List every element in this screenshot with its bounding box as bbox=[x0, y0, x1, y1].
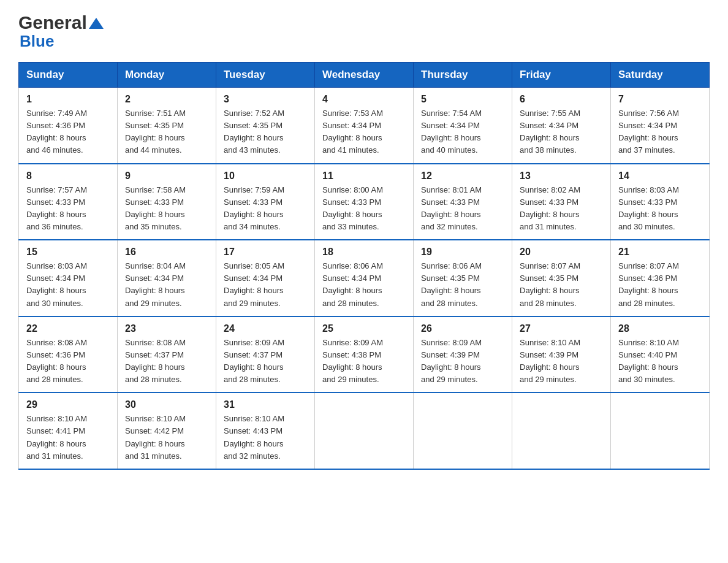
day-number: 26 bbox=[421, 323, 504, 334]
day-info: Sunrise: 8:10 AMSunset: 4:41 PMDaylight:… bbox=[26, 414, 87, 460]
day-info: Sunrise: 8:02 AMSunset: 4:33 PMDaylight:… bbox=[520, 185, 580, 231]
day-cell-3: 3 Sunrise: 7:52 AMSunset: 4:35 PMDayligh… bbox=[216, 88, 315, 164]
day-info: Sunrise: 7:54 AMSunset: 4:34 PMDaylight:… bbox=[421, 109, 482, 155]
logo-row: General bbox=[18, 12, 104, 33]
day-cell-16: 16 Sunrise: 8:04 AMSunset: 4:34 PMDaylig… bbox=[118, 240, 216, 316]
day-number: 12 bbox=[421, 170, 504, 182]
logo: General Blue bbox=[18, 12, 104, 51]
day-info: Sunrise: 8:06 AMSunset: 4:34 PMDaylight:… bbox=[322, 261, 383, 307]
day-number: 5 bbox=[421, 94, 504, 105]
day-cell-4: 4 Sunrise: 7:53 AMSunset: 4:34 PMDayligh… bbox=[315, 88, 414, 164]
week-row-5: 29 Sunrise: 8:10 AMSunset: 4:41 PMDaylig… bbox=[19, 393, 710, 469]
day-cell-17: 17 Sunrise: 8:05 AMSunset: 4:34 PMDaylig… bbox=[216, 240, 315, 316]
day-info: Sunrise: 8:10 AMSunset: 4:40 PMDaylight:… bbox=[618, 338, 679, 384]
day-info: Sunrise: 7:58 AMSunset: 4:33 PMDaylight:… bbox=[125, 185, 186, 231]
day-number: 15 bbox=[26, 247, 110, 258]
empty-cell bbox=[315, 393, 414, 469]
day-cell-18: 18 Sunrise: 8:06 AMSunset: 4:34 PMDaylig… bbox=[315, 240, 414, 316]
day-cell-22: 22 Sunrise: 8:08 AMSunset: 4:36 PMDaylig… bbox=[19, 316, 118, 393]
day-info: Sunrise: 8:10 AMSunset: 4:42 PMDaylight:… bbox=[125, 414, 186, 460]
day-number: 8 bbox=[26, 170, 110, 182]
logo-general-text: General bbox=[18, 12, 87, 33]
day-info: Sunrise: 7:53 AMSunset: 4:34 PMDaylight:… bbox=[322, 109, 383, 155]
day-number: 31 bbox=[224, 399, 307, 410]
day-cell-13: 13 Sunrise: 8:02 AMSunset: 4:33 PMDaylig… bbox=[512, 164, 611, 240]
day-cell-2: 2 Sunrise: 7:51 AMSunset: 4:35 PMDayligh… bbox=[118, 88, 216, 164]
day-info: Sunrise: 8:07 AMSunset: 4:35 PMDaylight:… bbox=[520, 261, 580, 307]
empty-cell bbox=[611, 393, 710, 469]
day-cell-15: 15 Sunrise: 8:03 AMSunset: 4:34 PMDaylig… bbox=[19, 240, 118, 316]
header-saturday: Saturday bbox=[611, 63, 710, 88]
day-info: Sunrise: 8:08 AMSunset: 4:37 PMDaylight:… bbox=[125, 338, 186, 384]
day-info: Sunrise: 7:56 AMSunset: 4:34 PMDaylight:… bbox=[618, 109, 679, 155]
day-cell-27: 27 Sunrise: 8:10 AMSunset: 4:39 PMDaylig… bbox=[512, 316, 611, 393]
day-info: Sunrise: 7:57 AMSunset: 4:33 PMDaylight:… bbox=[26, 185, 87, 231]
day-info: Sunrise: 8:03 AMSunset: 4:34 PMDaylight:… bbox=[26, 261, 87, 307]
day-number: 28 bbox=[618, 323, 702, 334]
day-info: Sunrise: 8:05 AMSunset: 4:34 PMDaylight:… bbox=[224, 261, 284, 307]
days-header-row: SundayMondayTuesdayWednesdayThursdayFrid… bbox=[19, 63, 710, 88]
week-row-1: 1 Sunrise: 7:49 AMSunset: 4:36 PMDayligh… bbox=[19, 88, 710, 164]
week-row-3: 15 Sunrise: 8:03 AMSunset: 4:34 PMDaylig… bbox=[19, 240, 710, 316]
day-info: Sunrise: 7:49 AMSunset: 4:36 PMDaylight:… bbox=[26, 109, 87, 155]
day-number: 27 bbox=[520, 323, 603, 334]
day-cell-31: 31 Sunrise: 8:10 AMSunset: 4:43 PMDaylig… bbox=[216, 393, 315, 469]
header-monday: Monday bbox=[118, 63, 216, 88]
day-number: 14 bbox=[618, 170, 702, 182]
day-number: 18 bbox=[322, 247, 406, 258]
day-number: 10 bbox=[224, 170, 307, 182]
day-cell-1: 1 Sunrise: 7:49 AMSunset: 4:36 PMDayligh… bbox=[19, 88, 118, 164]
day-info: Sunrise: 8:09 AMSunset: 4:37 PMDaylight:… bbox=[224, 338, 284, 384]
day-cell-26: 26 Sunrise: 8:09 AMSunset: 4:39 PMDaylig… bbox=[414, 316, 512, 393]
day-number: 24 bbox=[224, 323, 307, 334]
day-number: 7 bbox=[618, 94, 702, 105]
day-cell-8: 8 Sunrise: 7:57 AMSunset: 4:33 PMDayligh… bbox=[19, 164, 118, 240]
day-info: Sunrise: 8:10 AMSunset: 4:39 PMDaylight:… bbox=[520, 338, 580, 384]
day-info: Sunrise: 8:09 AMSunset: 4:38 PMDaylight:… bbox=[322, 338, 383, 384]
day-info: Sunrise: 7:51 AMSunset: 4:35 PMDaylight:… bbox=[125, 109, 186, 155]
day-info: Sunrise: 7:52 AMSunset: 4:35 PMDaylight:… bbox=[224, 109, 284, 155]
day-info: Sunrise: 8:06 AMSunset: 4:35 PMDaylight:… bbox=[421, 261, 482, 307]
day-cell-23: 23 Sunrise: 8:08 AMSunset: 4:37 PMDaylig… bbox=[118, 316, 216, 393]
day-info: Sunrise: 8:07 AMSunset: 4:36 PMDaylight:… bbox=[618, 261, 679, 307]
header-thursday: Thursday bbox=[414, 63, 512, 88]
day-number: 3 bbox=[224, 94, 307, 105]
day-info: Sunrise: 8:08 AMSunset: 4:36 PMDaylight:… bbox=[26, 338, 87, 384]
day-info: Sunrise: 7:55 AMSunset: 4:34 PMDaylight:… bbox=[520, 109, 580, 155]
day-info: Sunrise: 7:59 AMSunset: 4:33 PMDaylight:… bbox=[224, 185, 284, 231]
day-info: Sunrise: 8:01 AMSunset: 4:33 PMDaylight:… bbox=[421, 185, 482, 231]
day-cell-29: 29 Sunrise: 8:10 AMSunset: 4:41 PMDaylig… bbox=[19, 393, 118, 469]
day-cell-24: 24 Sunrise: 8:09 AMSunset: 4:37 PMDaylig… bbox=[216, 316, 315, 393]
week-row-4: 22 Sunrise: 8:08 AMSunset: 4:36 PMDaylig… bbox=[19, 316, 710, 393]
day-number: 21 bbox=[618, 247, 702, 258]
day-cell-5: 5 Sunrise: 7:54 AMSunset: 4:34 PMDayligh… bbox=[414, 88, 512, 164]
day-number: 6 bbox=[520, 94, 603, 105]
page-header: General Blue bbox=[18, 12, 710, 51]
header-friday: Friday bbox=[512, 63, 611, 88]
day-number: 2 bbox=[125, 94, 208, 105]
day-number: 16 bbox=[125, 247, 208, 258]
day-cell-7: 7 Sunrise: 7:56 AMSunset: 4:34 PMDayligh… bbox=[611, 88, 710, 164]
day-number: 4 bbox=[322, 94, 406, 105]
empty-cell bbox=[414, 393, 512, 469]
day-cell-30: 30 Sunrise: 8:10 AMSunset: 4:42 PMDaylig… bbox=[118, 393, 216, 469]
day-cell-9: 9 Sunrise: 7:58 AMSunset: 4:33 PMDayligh… bbox=[118, 164, 216, 240]
day-number: 1 bbox=[26, 94, 110, 105]
day-number: 20 bbox=[520, 247, 603, 258]
day-cell-20: 20 Sunrise: 8:07 AMSunset: 4:35 PMDaylig… bbox=[512, 240, 611, 316]
day-cell-10: 10 Sunrise: 7:59 AMSunset: 4:33 PMDaylig… bbox=[216, 164, 315, 240]
day-cell-28: 28 Sunrise: 8:10 AMSunset: 4:40 PMDaylig… bbox=[611, 316, 710, 393]
day-info: Sunrise: 8:09 AMSunset: 4:39 PMDaylight:… bbox=[421, 338, 482, 384]
day-info: Sunrise: 8:10 AMSunset: 4:43 PMDaylight:… bbox=[224, 414, 284, 460]
header-sunday: Sunday bbox=[19, 63, 118, 88]
day-number: 19 bbox=[421, 247, 504, 258]
day-cell-19: 19 Sunrise: 8:06 AMSunset: 4:35 PMDaylig… bbox=[414, 240, 512, 316]
day-number: 30 bbox=[125, 399, 208, 410]
calendar-table: SundayMondayTuesdayWednesdayThursdayFrid… bbox=[18, 62, 710, 470]
day-number: 29 bbox=[26, 399, 110, 410]
empty-cell bbox=[512, 393, 611, 469]
header-wednesday: Wednesday bbox=[315, 63, 414, 88]
header-tuesday: Tuesday bbox=[216, 63, 315, 88]
day-cell-14: 14 Sunrise: 8:03 AMSunset: 4:33 PMDaylig… bbox=[611, 164, 710, 240]
day-number: 11 bbox=[322, 170, 406, 182]
